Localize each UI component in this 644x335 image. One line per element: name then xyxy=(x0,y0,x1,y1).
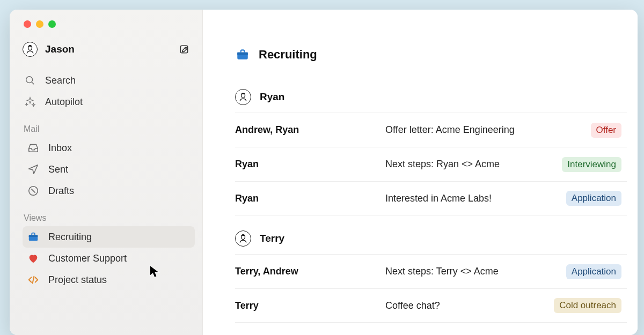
contact-avatar xyxy=(235,89,251,105)
sidebar-item-inbox[interactable]: Inbox xyxy=(23,137,195,159)
sidebar-item-label: Drafts xyxy=(48,185,74,197)
message-subject: Offer letter: Acme Engineering xyxy=(385,124,591,136)
sidebar-item-label: Customer Support xyxy=(48,253,127,264)
svg-line-6 xyxy=(33,277,34,284)
search-label: Search xyxy=(45,75,76,86)
contact-header[interactable]: Terry xyxy=(235,225,627,254)
message-subject: Next steps: Ryan <> Acme xyxy=(385,159,562,170)
sparkle-icon xyxy=(24,95,36,108)
message-from: Terry xyxy=(235,300,385,311)
page-header: Recruiting xyxy=(235,47,627,62)
message-from: Ryan xyxy=(235,159,385,170)
sidebar-view-recruiting[interactable]: Recruiting xyxy=(23,226,195,248)
message-subject: Interested in Acme Labs! xyxy=(385,193,566,204)
svg-point-1 xyxy=(26,77,33,83)
status-badge: Offer xyxy=(591,123,621,138)
message-from: Terry, Andrew xyxy=(235,266,385,277)
message-row[interactable]: RyanInterested in Acme Labs!Application xyxy=(235,181,627,215)
message-row[interactable]: TerryCoffee chat?Cold outreach xyxy=(235,288,627,323)
autopilot-label: Autopilot xyxy=(45,96,83,108)
autopilot-nav-item[interactable]: Autopilot xyxy=(23,91,195,113)
message-row[interactable]: Terry, AndrewNext steps: Terry <> AcmeAp… xyxy=(235,254,627,288)
paper-plane-icon xyxy=(27,163,40,176)
contact-name: Terry xyxy=(260,233,284,244)
status-badge: Cold outreach xyxy=(554,298,621,313)
briefcase-icon xyxy=(235,47,250,62)
svg-rect-5 xyxy=(29,235,38,237)
message-subject: Coffee chat? xyxy=(385,300,554,311)
page-title: Recruiting xyxy=(259,48,317,62)
message-row[interactable]: Andrew, RyanOffer letter: Acme Engineeri… xyxy=(235,113,627,147)
app-window: Jason Search Autopilot Mail xyxy=(10,10,638,335)
message-from: Ryan xyxy=(235,193,385,204)
sidebar: Jason Search Autopilot Mail xyxy=(10,10,203,335)
code-icon xyxy=(27,273,40,286)
contact-block: RyanAndrew, RyanOffer letter: Acme Engin… xyxy=(235,84,627,215)
user-avatar[interactable] xyxy=(23,42,38,57)
status-badge: Interviewing xyxy=(562,157,621,172)
search-nav-item[interactable]: Search xyxy=(23,70,195,91)
minimize-window-button[interactable] xyxy=(36,20,43,28)
maximize-window-button[interactable] xyxy=(48,20,56,28)
message-subject: Next steps: Terry <> Acme xyxy=(385,266,566,277)
window-controls xyxy=(23,18,195,42)
status-badge: Application xyxy=(566,191,621,206)
search-icon xyxy=(24,74,36,87)
main-content: Recruiting RyanAndrew, RyanOffer letter:… xyxy=(203,10,638,335)
heart-icon xyxy=(27,252,40,265)
contact-avatar xyxy=(235,230,251,247)
status-badge: Application xyxy=(566,264,621,279)
sidebar-item-label: Inbox xyxy=(48,143,72,154)
inbox-icon xyxy=(27,142,40,154)
drafts-icon xyxy=(27,184,40,197)
compose-button[interactable] xyxy=(177,42,192,57)
profile-name[interactable]: Jason xyxy=(45,43,75,55)
contact-header[interactable]: Ryan xyxy=(235,84,627,113)
message-from: Andrew, Ryan xyxy=(235,124,385,136)
briefcase-icon xyxy=(27,230,40,243)
sidebar-item-drafts[interactable]: Drafts xyxy=(23,180,195,202)
sidebar-item-label: Sent xyxy=(48,164,68,175)
sidebar-view-customer-support[interactable]: Customer Support xyxy=(23,248,195,269)
profile-row: Jason xyxy=(23,42,195,57)
close-window-button[interactable] xyxy=(24,20,31,28)
mail-section-label: Mail xyxy=(24,124,195,134)
sidebar-item-label: Project status xyxy=(48,274,107,286)
views-section-label: Views xyxy=(24,213,195,223)
contact-block: TerryTerry, AndrewNext steps: Terry <> A… xyxy=(235,225,627,323)
svg-line-2 xyxy=(32,82,34,84)
sidebar-item-sent[interactable]: Sent xyxy=(23,159,195,180)
message-row[interactable]: RyanNext steps: Ryan <> AcmeInterviewing xyxy=(235,147,627,181)
svg-rect-8 xyxy=(237,53,248,55)
sidebar-view-project-status[interactable]: Project status xyxy=(23,269,195,291)
sidebar-item-label: Recruiting xyxy=(48,232,92,243)
contact-name: Ryan xyxy=(260,91,284,103)
